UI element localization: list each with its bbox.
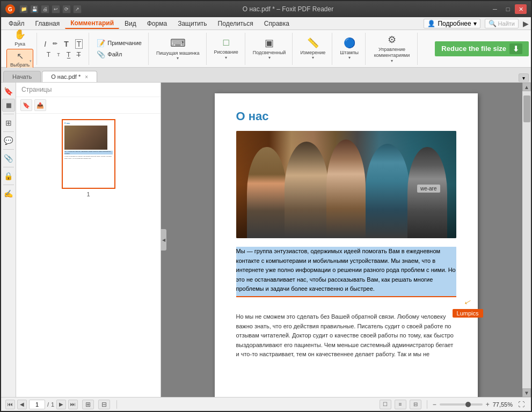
search-btn[interactable]: 🔍 Найти [485,19,519,28]
text-sub-btn[interactable]: T [44,50,53,60]
typewriter-btn[interactable]: ⌨ Пишущая машинка ▾ [153,35,203,63]
first-page-btn[interactable]: ⏮ [5,400,15,409]
tab-close-btn[interactable]: × [85,74,88,80]
menu-view[interactable]: Вид [119,19,142,28]
manage-btn[interactable]: ⚙ Управление комментариями ▾ [370,32,414,65]
text-cursor-btn[interactable]: I [41,38,49,50]
menu-share[interactable]: Поделиться [213,19,259,28]
text-tools-row1: I ✏ T T [41,38,85,50]
zoom-thumb[interactable] [465,402,471,407]
pdf-scroll[interactable]: О нас we-are [161,83,531,397]
measure-btn[interactable]: 📏 Измерение ▾ [297,35,329,62]
sidebar-attachment-btn[interactable]: 📎 [2,152,15,165]
drawing-btn[interactable]: □ Рисование ▾ [211,35,242,62]
sidebar-comment-btn[interactable]: 💬 [2,134,15,147]
hand-tool-btn[interactable]: ✋ Рука [9,27,31,49]
we-are-annotation[interactable]: we-are [417,185,440,193]
toolbar-group-navigate: ✋ Рука ↖ Выбрать ▾ [3,33,37,65]
more-btn[interactable]: ▶ [523,19,529,28]
scroll-track[interactable] [522,91,531,388]
menu-protect[interactable]: Защитить [172,19,212,28]
maximize-btn[interactable]: □ [502,4,514,14]
menu-comment[interactable]: Комментарий [65,18,119,29]
file-btn[interactable]: 📎 Файл [93,49,145,60]
tab-bar: Начать О нас.pdf * × ▾ [1,68,531,83]
text-special-btn[interactable]: T̲ [64,50,73,60]
view-single-btn[interactable]: ☐ [380,400,391,409]
sidebar-lock-btn[interactable]: 🔒 [2,170,15,182]
panel-collapse-btn[interactable]: ◀ [161,229,166,251]
main-content: 🔖 ▦ ⊞ 💬 📎 🔒 ✍ Страницы 🔖 📤 О нас [1,83,531,397]
stamps-icon: 🔵 [344,37,355,49]
next-page-btn[interactable]: ▶ [56,400,66,409]
history-btn[interactable]: ⟳ [62,5,71,13]
drawing-icon: □ [223,37,229,48]
thumbnail-content: О нас Мы — группа энтузиастов, одержимых… [64,122,113,186]
page-thumbnail-1[interactable]: О нас Мы — группа энтузиастов, одержимых… [62,119,115,189]
menu-home[interactable]: Главная [30,19,65,28]
close-btn[interactable]: ✕ [515,4,527,14]
save-btn[interactable]: 💾 [30,5,39,13]
share-btn[interactable]: ↗ [73,5,82,13]
pen-icon: ✏ [53,40,57,47]
mini-text-highlight: Мы — группа энтузиастов, одержимых идеей… [64,151,113,154]
view-continuous-btn[interactable]: ≡ [395,400,406,409]
open-folder-btn[interactable]: 📁 [19,5,28,13]
export-page-btn[interactable]: ⊞ [82,400,94,409]
reduce-file-size-btn[interactable]: Reduce the file size ⬇ [435,41,529,56]
scroll-up-btn[interactable]: ▲ [522,83,531,91]
view-facing-btn[interactable]: ⊟ [410,400,421,409]
toolbar-group-manage: ⚙ Управление комментариями ▾ [367,33,418,65]
sidebar-thumbnail-btn[interactable]: ▦ [2,99,15,112]
highlight-btn[interactable]: ▣ Подсвеченный ▾ [250,35,289,62]
current-page-input[interactable] [29,400,45,409]
reduce-icon: ⬇ [509,43,522,54]
panel-bookmark-btn[interactable]: 🔖 [20,99,32,111]
details-btn[interactable]: 👤 Подробнее ▾ [424,19,480,28]
prev-page-btn[interactable]: ◀ [17,400,27,409]
tab-dropdown-btn[interactable]: ▾ [519,73,529,82]
sidebar-layers-btn[interactable]: ⊞ [2,116,15,129]
sidebar-signature-btn[interactable]: ✍ [2,187,15,200]
drawing-dropdown-icon: ▾ [225,55,227,60]
stamps-btn[interactable]: 🔵 Штампы ▾ [337,35,362,62]
fullscreen-btn[interactable]: ⛶ [516,400,527,409]
text-strikethrough-btn[interactable]: T̶ [74,50,83,60]
select-tool-btn[interactable]: ↖ Выбрать ▾ [6,49,33,70]
minimize-btn[interactable]: ─ [489,4,501,14]
import-page-btn[interactable]: ⊟ [98,400,110,409]
stamps-dropdown-icon: ▾ [348,55,351,60]
last-page-btn[interactable]: ⏭ [68,400,78,409]
annotation-arrow-icon: ← [460,294,476,310]
panel-export-btn[interactable]: 📤 [34,99,46,111]
text-box-icon: T [64,40,69,48]
toolbar-group-text: I ✏ T T T T T̲ [38,33,89,65]
toolbar-group-typewriter: ⌨ Пишущая машинка ▾ [150,33,207,65]
tab-start[interactable]: Начать [3,71,41,82]
scroll-down-btn[interactable]: ▼ [522,388,531,397]
toolbar-group-highlight: ▣ Подсвеченный ▾ [246,33,293,65]
status-right: ☐ ≡ ⊟ − + 77,55% ⛶ [380,400,527,409]
undo-btn[interactable]: ↩ [52,5,60,13]
zoom-slider[interactable] [440,403,483,406]
text-box-btn[interactable]: T [61,38,71,50]
print-btn[interactable]: 🖨 [41,5,49,13]
text-super-icon: T [57,52,60,57]
text-box2-btn[interactable]: T [72,38,86,50]
pen-tool-btn[interactable]: ✏ [50,38,60,50]
menu-form[interactable]: Форма [142,19,172,28]
menu-help[interactable]: Справка [259,19,295,28]
toolbar: ✋ Рука ↖ Выбрать ▾ I ✏ T [1,30,531,68]
text-super-btn[interactable]: T [54,50,63,60]
tab-document[interactable]: О нас.pdf * × [42,71,97,82]
zoom-percent: 77,55% [493,401,513,408]
note-btn[interactable]: 📝 Примечание [93,38,145,48]
panel-header: Страницы [16,83,161,97]
sidebar-bookmark-btn[interactable]: 🔖 [2,85,15,98]
stamps-label: Штампы [340,50,359,56]
measure-icon: 📏 [307,37,319,49]
scroll-thumb[interactable] [523,95,530,122]
text-sub-icon: T [47,51,50,58]
status-bar: ⏮ ◀ / 1 ▶ ⏭ ⊞ ⊟ ☐ ≡ ⊟ − + 77,55% ⛶ [1,397,531,411]
menu-bar: Файл Главная Комментарий Вид Форма Защит… [1,17,531,30]
